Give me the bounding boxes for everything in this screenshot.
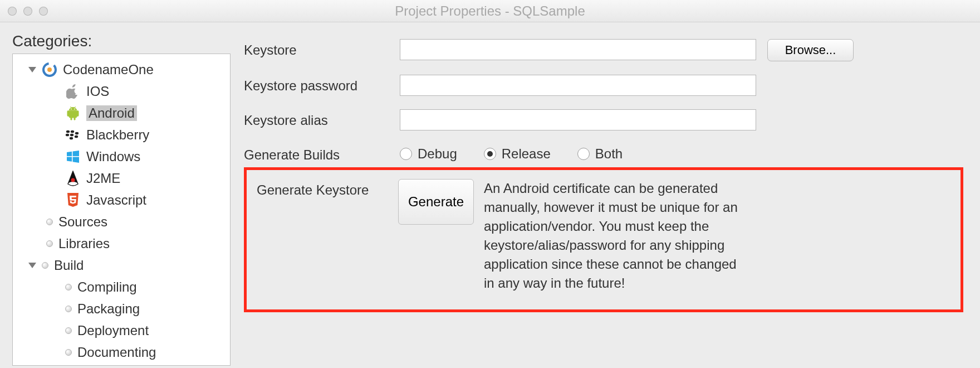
radio-icon (484, 148, 496, 160)
bullet-icon (65, 284, 72, 290)
tree-item-run[interactable]: Run (13, 363, 230, 366)
zoom-icon[interactable] (39, 7, 48, 16)
svg-point-1 (47, 67, 52, 72)
chevron-down-icon[interactable] (28, 263, 36, 268)
radio-icon (577, 148, 590, 160)
tree-item-packaging[interactable]: Packaging (13, 298, 230, 319)
close-icon[interactable] (8, 7, 17, 16)
tree-item-compiling[interactable]: Compiling (13, 276, 230, 298)
svg-point-9 (75, 135, 78, 138)
duke-icon (65, 171, 81, 186)
keystore-alias-input[interactable] (400, 109, 756, 130)
tree-item-label: Javascript (86, 192, 146, 208)
bullet-icon (65, 306, 72, 312)
form-panel: Keystore Browse... Keystore password Key… (239, 22, 980, 368)
svg-point-5 (71, 130, 74, 133)
keystore-password-label: Keystore password (244, 75, 400, 94)
keystore-label: Keystore (244, 39, 400, 58)
keystore-input[interactable] (400, 39, 756, 60)
bullet-icon (65, 327, 72, 334)
tree-item-libraries[interactable]: Libraries (13, 233, 230, 254)
html5-icon (65, 192, 81, 208)
tree-item-label: CodenameOne (63, 62, 154, 78)
traffic-lights (8, 7, 48, 16)
titlebar: Project Properties - SQLSample (0, 0, 980, 22)
window-title: Project Properties - SQLSample (8, 3, 972, 19)
tree-item-documenting[interactable]: Documenting (13, 341, 230, 363)
tree-item-label: Windows (86, 149, 140, 164)
tree-item-android[interactable]: Android (13, 102, 230, 124)
apple-icon (65, 84, 81, 99)
bullet-icon (46, 240, 53, 247)
categories-heading: Categories: (12, 32, 239, 50)
tree-item-codenameone[interactable]: CodenameOne (13, 59, 230, 80)
keystore-password-input[interactable] (400, 75, 756, 96)
generate-keystore-label: Generate Keystore (252, 179, 400, 293)
svg-point-4 (66, 130, 70, 133)
svg-point-2 (71, 108, 72, 109)
bullet-icon (65, 349, 72, 356)
tree-item-windows[interactable]: Windows (13, 146, 230, 167)
generate-keystore-section: Generate Keystore Generate An Android ce… (244, 167, 963, 312)
tree-item-label: Sources (58, 214, 107, 230)
tree-item-deployment[interactable]: Deployment (13, 319, 230, 341)
svg-point-6 (66, 133, 69, 136)
svg-point-7 (70, 133, 74, 136)
android-icon (65, 105, 81, 121)
tree-item-label: Documenting (77, 345, 156, 360)
chevron-down-icon[interactable] (28, 67, 36, 72)
tree-item-ios[interactable]: IOS (13, 80, 230, 102)
radio-label: Debug (418, 146, 457, 162)
tree-item-sources[interactable]: Sources (13, 211, 230, 233)
bullet-icon (42, 262, 48, 269)
tree-item-j2me[interactable]: J2ME (13, 167, 230, 189)
content: Categories: CodenameOne IOS Android (0, 22, 980, 368)
tree-item-label: Libraries (58, 236, 110, 251)
svg-point-3 (74, 108, 75, 109)
tree-item-javascript[interactable]: Javascript (13, 189, 230, 211)
radio-label: Both (595, 146, 623, 162)
tree-item-label: Android (86, 105, 137, 121)
sidebar: Categories: CodenameOne IOS Android (0, 22, 239, 368)
blackberry-icon (65, 127, 81, 143)
radio-label: Release (502, 146, 551, 162)
tree-item-label: Build (54, 258, 84, 273)
minimize-icon[interactable] (23, 7, 32, 16)
tree-item-build[interactable]: Build (13, 254, 230, 276)
tree-item-label: Packaging (77, 301, 140, 317)
keystore-alias-label: Keystore alias (244, 109, 400, 128)
tree-item-blackberry[interactable]: Blackberry (13, 124, 230, 146)
radio-release[interactable]: Release (484, 146, 551, 162)
browse-button[interactable]: Browse... (767, 39, 854, 61)
tree-item-label: Compiling (77, 279, 137, 295)
generate-builds-label: Generate Builds (244, 144, 400, 163)
svg-point-8 (75, 132, 79, 134)
radio-icon (400, 148, 412, 160)
category-tree: CodenameOne IOS Android Blackberry (12, 54, 231, 366)
tree-item-label: J2ME (86, 171, 120, 186)
tree-item-label: Deployment (77, 323, 149, 338)
radio-both[interactable]: Both (577, 146, 623, 162)
svg-point-11 (71, 178, 75, 182)
tree-item-label: IOS (86, 84, 109, 99)
generate-button[interactable]: Generate (398, 179, 474, 225)
generate-keystore-info: An Android certificate can be generated … (474, 179, 741, 293)
tree-item-label: Blackberry (86, 127, 149, 143)
codenameone-icon (42, 62, 57, 78)
radio-debug[interactable]: Debug (400, 146, 457, 162)
svg-point-10 (70, 137, 73, 139)
windows-icon (65, 149, 81, 164)
bullet-icon (46, 219, 53, 225)
